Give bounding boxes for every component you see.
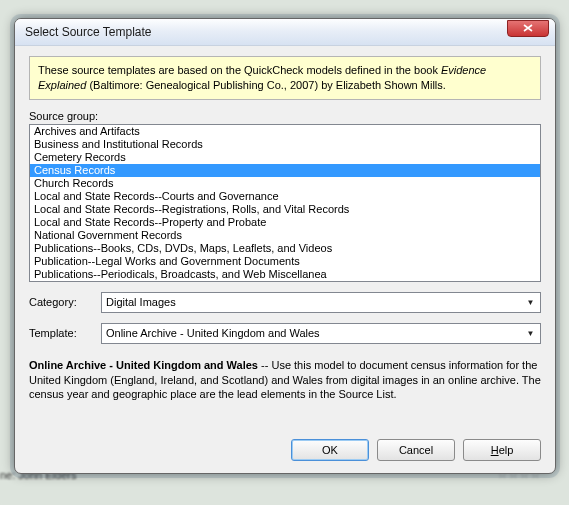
help-button[interactable]: Help: [463, 439, 541, 461]
source-group-item[interactable]: National Government Records: [30, 229, 540, 242]
category-select[interactable]: Digital Images ▼: [101, 292, 541, 313]
close-icon: [523, 24, 533, 32]
template-select[interactable]: Online Archive - United Kingdom and Wale…: [101, 323, 541, 344]
source-group-item[interactable]: Cemetery Records: [30, 151, 540, 164]
info-box: These source templates are based on the …: [29, 56, 541, 100]
source-group-item[interactable]: Census Records: [30, 164, 540, 177]
source-group-item[interactable]: Business and Institutional Records: [30, 138, 540, 151]
source-group-item[interactable]: Local and State Records--Property and Pr…: [30, 216, 540, 229]
info-text-pre: These source templates are based on the …: [38, 64, 438, 76]
template-value: Online Archive - United Kingdom and Wale…: [106, 327, 320, 339]
source-group-item[interactable]: Local and State Records--Courts and Gove…: [30, 190, 540, 203]
source-group-label: Source group:: [29, 110, 541, 122]
chevron-down-icon: ▼: [523, 326, 538, 341]
ok-button[interactable]: OK: [291, 439, 369, 461]
select-source-template-dialog: Select Source Template These source temp…: [14, 18, 556, 474]
category-label: Category:: [29, 296, 101, 308]
category-value: Digital Images: [106, 296, 176, 308]
template-description: Online Archive - United Kingdom and Wale…: [29, 358, 541, 403]
info-text-post: (Baltimore: Genealogical Publishing Co.,…: [89, 79, 445, 91]
source-group-item[interactable]: Local and State Records--Registrations, …: [30, 203, 540, 216]
source-group-item[interactable]: Archives and Artifacts: [30, 125, 540, 138]
cancel-button[interactable]: Cancel: [377, 439, 455, 461]
window-title: Select Source Template: [25, 25, 507, 39]
template-label: Template:: [29, 327, 101, 339]
source-group-item[interactable]: Publications--Periodicals, Broadcasts, a…: [30, 268, 540, 281]
titlebar: Select Source Template: [15, 19, 555, 46]
help-label-rest: elp: [499, 444, 514, 456]
source-group-item[interactable]: Publication--Legal Works and Government …: [30, 255, 540, 268]
source-group-listbox[interactable]: Archives and ArtifactsBusiness and Insti…: [29, 124, 541, 282]
source-group-item[interactable]: Church Records: [30, 177, 540, 190]
chevron-down-icon: ▼: [523, 295, 538, 310]
close-button[interactable]: [507, 20, 549, 37]
source-group-item[interactable]: Publications--Books, CDs, DVDs, Maps, Le…: [30, 242, 540, 255]
description-title: Online Archive - United Kingdom and Wale…: [29, 359, 258, 371]
